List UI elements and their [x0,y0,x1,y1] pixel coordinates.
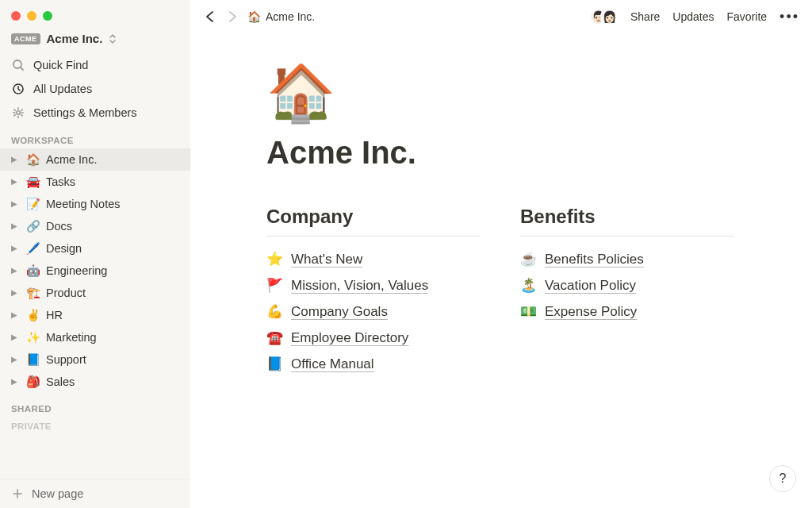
page-emoji-icon: 🏠 [25,151,41,168]
page-link[interactable]: Employee Directory [291,330,408,346]
sidebar-page-item[interactable]: ▶✌️HR [0,304,190,326]
private-section-label: PRIVATE [0,417,190,434]
page-emoji-icon: 🎒 [25,373,41,391]
new-page-button[interactable]: New page [0,479,190,508]
page-emoji-icon: 🚘 [25,173,41,190]
page-emoji-icon: ✌️ [25,306,41,324]
page-link[interactable]: Expense Policy [545,304,637,320]
disclosure-triangle-icon[interactable]: ▶ [11,351,21,368]
page-title[interactable]: Acme Inc. [266,135,741,171]
sidebar-page-item[interactable]: ▶✨Marketing [0,326,190,348]
page-emoji[interactable]: 🏠 [266,65,741,121]
page-link[interactable]: Office Manual [291,356,374,372]
disclosure-triangle-icon[interactable]: ▶ [11,329,21,346]
settings-label: Settings & Members [33,104,137,121]
window-controls [0,0,190,25]
sidebar-page-item[interactable]: ▶📝Meeting Notes [0,193,190,215]
clock-icon [11,83,25,95]
disclosure-triangle-icon[interactable]: ▶ [11,217,21,235]
page-link-row: 📘Office Manual [266,356,481,372]
sidebar-page-item[interactable]: ▶🤖Engineering [0,260,190,282]
link-emoji-icon: 💵 [520,303,537,320]
sidebar-page-item[interactable]: ▶🏠Acme Inc. [0,148,190,171]
disclosure-triangle-icon[interactable]: ▶ [11,151,21,168]
page-link-row: ☕Benefits Policies [520,251,734,267]
disclosure-triangle-icon[interactable]: ▶ [11,373,21,391]
link-emoji-icon: ☕ [520,251,537,267]
sidebar-page-item[interactable]: ▶🔗Docs [0,215,190,237]
sidebar-page-item[interactable]: ▶📘Support [0,348,190,371]
page-label: Design [46,240,82,257]
disclosure-triangle-icon[interactable]: ▶ [11,262,21,279]
sidebar-page-item[interactable]: ▶🚘Tasks [0,171,190,193]
breadcrumb-label: Acme Inc. [266,10,315,23]
content-column: Company⭐What's New🚩Mission, Vision, Valu… [266,206,481,382]
workspace-section-label: WORKSPACE [0,125,190,148]
breadcrumb[interactable]: 🏠 Acme Inc. [247,10,315,23]
disclosure-triangle-icon[interactable]: ▶ [11,240,21,257]
workspace-tree: ▶🏠Acme Inc.▶🚘Tasks▶📝Meeting Notes▶🔗Docs▶… [0,148,190,393]
page-link[interactable]: Mission, Vision, Values [291,278,428,294]
main-content: 🏠 Acme Inc. 👨🏻 👩🏻 Share Updates Favorite… [190,0,812,508]
disclosure-triangle-icon[interactable]: ▶ [11,284,21,302]
workspace-switcher[interactable]: ACME Acme Inc. [0,25,190,53]
search-icon [11,59,25,71]
page-link[interactable]: Company Goals [291,304,388,320]
minimize-window-icon[interactable] [27,11,36,21]
column-heading[interactable]: Benefits [520,206,734,237]
chevron-updown-icon [109,33,117,44]
svg-point-3 [17,111,20,114]
maximize-window-icon[interactable] [43,11,52,21]
page-link-row: 💵Expense Policy [520,303,734,320]
quick-find-button[interactable]: Quick Find [0,53,190,77]
share-button[interactable]: Share [630,10,660,23]
page-body: 🏠 Acme Inc. Company⭐What's New🚩Mission, … [190,33,812,382]
sidebar-page-item[interactable]: ▶🏗️Product [0,282,190,304]
sidebar-page-item[interactable]: ▶🎒Sales [0,371,190,393]
disclosure-triangle-icon[interactable]: ▶ [11,306,21,324]
columns: Company⭐What's New🚩Mission, Vision, Valu… [266,206,741,382]
sidebar: ACME Acme Inc. Quick Find All Updates Se… [0,0,190,508]
page-link[interactable]: Vacation Policy [545,278,636,294]
help-button[interactable]: ? [769,465,796,492]
page-label: Docs [46,217,72,235]
page-link-row: 🚩Mission, Vision, Values [266,277,481,294]
favorite-button[interactable]: Favorite [727,10,768,23]
workspace-badge: ACME [11,33,40,44]
page-emoji-icon: 🏗️ [25,284,41,302]
close-window-icon[interactable] [11,11,21,21]
disclosure-triangle-icon[interactable]: ▶ [11,195,21,213]
link-emoji-icon: 📘 [266,356,283,372]
more-menu-button[interactable]: ••• [779,9,799,25]
all-updates-button[interactable]: All Updates [0,77,190,101]
plus-icon [11,487,24,500]
new-page-label: New page [32,487,83,500]
page-emoji-icon: ✨ [25,329,41,346]
page-link-row: 💪Company Goals [266,303,481,320]
disclosure-triangle-icon[interactable]: ▶ [11,173,21,190]
link-emoji-icon: ⭐ [266,251,283,267]
page-link-row: ⭐What's New [266,251,481,267]
page-label: Engineering [46,262,107,279]
sidebar-page-item[interactable]: ▶🖊️Design [0,237,190,260]
shared-section-label: SHARED [0,393,190,417]
page-link[interactable]: What's New [291,252,362,267]
updates-button[interactable]: Updates [672,10,714,23]
link-emoji-icon: ☎️ [266,329,283,346]
link-emoji-icon: 💪 [266,303,283,320]
workspace-name: Acme Inc. [47,32,103,45]
all-updates-label: All Updates [33,80,92,98]
page-emoji-icon: 📝 [25,195,41,213]
page-label: Meeting Notes [46,195,121,213]
settings-members-button[interactable]: Settings & Members [0,101,190,125]
page-emoji-icon: 🤖 [25,262,41,279]
page-link[interactable]: Benefits Policies [545,252,644,267]
forward-button[interactable] [225,10,239,24]
gear-icon [11,106,25,119]
column-heading[interactable]: Company [266,206,481,237]
link-emoji-icon: 🏝️ [520,277,537,294]
avatar: 👩🏻 [600,8,618,25]
presence-avatars[interactable]: 👨🏻 👩🏻 [589,8,618,25]
page-label: Support [46,351,86,368]
back-button[interactable] [203,10,217,24]
